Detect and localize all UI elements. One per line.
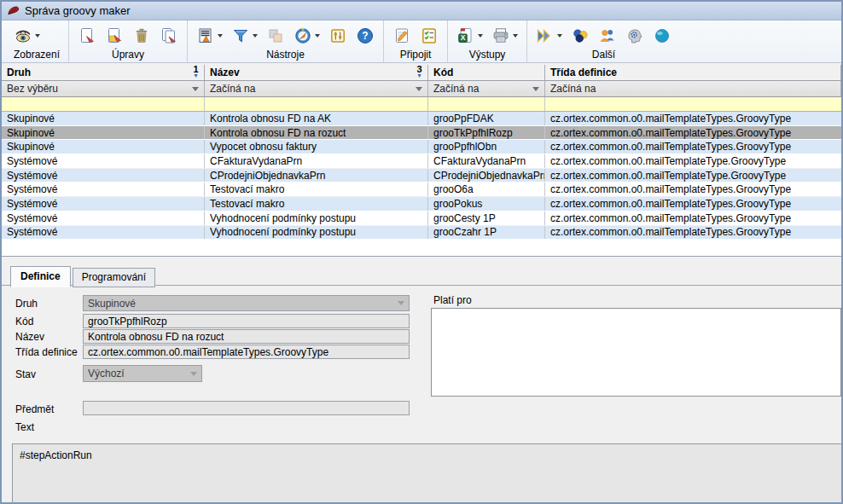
dropdown-caret-icon [478, 34, 483, 38]
cell-trida: cz.ortex.common.o0.mailTemplateTypes.Gro… [545, 182, 841, 196]
table-row[interactable]: SystémovéTestovací makrogrooPokuscz.orte… [2, 197, 841, 211]
field-label-druh: Druh [15, 298, 38, 310]
detail-tabs: Definice Programování [10, 266, 157, 287]
cell-kod: grooPpfhlObn [428, 140, 545, 154]
toolbar-group-pripojit: Připojit [384, 20, 448, 62]
cell-nazev: Kontrola obnosu FD na rozuct [205, 126, 428, 140]
title-bar[interactable]: Správa groovy maker [2, 2, 841, 20]
checklist-icon[interactable] [420, 26, 439, 45]
cell-kod: grooPpFDAK [428, 112, 545, 125]
cell-kod: grooCesty 1P [428, 211, 545, 225]
predmet-field[interactable] [83, 401, 410, 415]
settings-sliders-icon[interactable] [328, 26, 347, 45]
edit-record-icon[interactable] [105, 26, 124, 45]
toolbar-group-label: Úpravy [78, 48, 178, 61]
toolbar-group-vystupy: X Výstupy [448, 20, 527, 62]
chevron-down-icon [398, 301, 404, 305]
column-header-nazev[interactable]: Název3▼ [205, 65, 428, 80]
new-record-icon[interactable] [78, 26, 96, 45]
eye-icon[interactable] [14, 26, 40, 45]
cell-nazev: Vyhodnocení podmínky postupu [205, 211, 428, 225]
filter-input-row [2, 97, 841, 112]
toolbar-group-upravy: Úpravy [69, 20, 188, 62]
stav-dropdown[interactable]: Výchozí [83, 365, 202, 382]
delete-record-icon[interactable] [132, 26, 151, 45]
cell-trida: cz.ortex.common.o0.mailTemplateType.Groo… [545, 154, 841, 168]
filter-input-druh[interactable] [2, 97, 205, 111]
cell-kod: grooTkPpfhlRozp [428, 126, 545, 140]
cell-druh: Systémové [2, 169, 205, 182]
table-row[interactable]: SystémovéCFakturaVydanaPrnCFakturaVydana… [2, 154, 841, 169]
table-row-selected[interactable]: SkupinovéKontrola obnosu FD na rozuctgro… [2, 126, 841, 141]
dropdown-caret-icon [35, 34, 40, 38]
tab-definice[interactable]: Definice [10, 266, 71, 287]
cell-kod: CProdejniObjednavkaPrn [428, 169, 545, 182]
table-header-row: Druh1▼ Název3▼ Kód Třída definice [2, 65, 841, 81]
cell-druh: Systémové [2, 154, 205, 168]
cell-druh: Systémové [2, 211, 205, 225]
filter-select-nazev[interactable]: Začíná na [205, 81, 428, 96]
filter-input-kod[interactable] [428, 97, 545, 111]
dropdown-caret-icon [253, 34, 258, 38]
table-filter-row: Bez výběru Začíná na Začíná na Začíná na [2, 81, 841, 97]
toolbar-group-zobrazeni: Zobrazení [5, 20, 69, 62]
trida-definice-field[interactable]: cz.ortex.common.o0.mailTemplateTypes.Gro… [83, 345, 410, 359]
field-label-nazev: Název [15, 331, 44, 343]
nazev-field[interactable]: Kontrola obnosu FD na rozuct [83, 329, 410, 344]
filter-input-nazev[interactable] [205, 97, 428, 111]
table-row[interactable]: SystémovéTestovací makrogrooO6acz.ortex.… [2, 182, 841, 197]
chevron-down-icon [532, 87, 539, 91]
sort-indicator: 1▼ [193, 66, 199, 79]
cell-nazev: Testovací makro [205, 182, 428, 196]
filter-select-kod[interactable]: Začíná na [428, 81, 545, 96]
cell-trida: cz.ortex.common.o0.mailTemplateTypes.Gro… [545, 226, 841, 240]
app-leaf-icon [7, 4, 20, 17]
table-row[interactable]: SkupinovéVypocet obnosu fakturygrooPpfhl… [2, 140, 841, 154]
cell-kod: grooO6a [428, 182, 545, 196]
users-icon[interactable] [598, 26, 617, 45]
text-editor-area[interactable]: #stepActionRun [12, 443, 841, 502]
help-icon[interactable]: ? [356, 26, 375, 45]
compass-icon[interactable] [294, 26, 320, 45]
copy-record-icon[interactable] [160, 26, 178, 45]
excel-icon[interactable]: X [456, 26, 483, 45]
filter-input-trida[interactable] [545, 97, 841, 111]
table-row[interactable]: SystémovéCProdejniObjednavkaPrnCProdejni… [2, 169, 841, 183]
spheres-icon[interactable] [571, 26, 590, 45]
merge-icon[interactable] [266, 26, 285, 45]
field-label-trida-definice: Třída definice [15, 346, 78, 358]
table-row[interactable]: SkupinovéKontrola obnosu FD na AKgrooPpF… [2, 112, 841, 126]
field-label-text: Text [15, 421, 34, 433]
toolbar-group-label: Nástroje [196, 48, 375, 61]
printer-icon[interactable] [491, 26, 518, 45]
plati-pro-listbox[interactable] [431, 308, 841, 397]
druh-dropdown[interactable]: Skupinové [83, 295, 410, 311]
svg-text:X: X [461, 33, 466, 42]
kod-field[interactable]: grooTkPpfhlRozp [83, 314, 410, 328]
column-header-druh[interactable]: Druh1▼ [2, 65, 205, 80]
filter-select-druh[interactable]: Bez výběru [2, 81, 205, 96]
globe-icon[interactable] [653, 26, 671, 45]
cell-trida: cz.ortex.common.o0.mailTemplateTypes.Gro… [545, 112, 841, 125]
table-row[interactable]: SystémovéVyhodnocení podmínky postupugro… [2, 226, 841, 240]
cell-trida: cz.ortex.common.o0.mailTemplateTypes.Gro… [545, 140, 841, 154]
note-edit-icon[interactable] [392, 26, 411, 45]
cell-nazev: CProdejniObjednavkaPrn [205, 169, 428, 182]
column-header-trida-definice[interactable]: Třída definice [545, 65, 841, 80]
column-header-kod[interactable]: Kód [428, 65, 545, 80]
filter-select-trida[interactable]: Začíná na [545, 81, 841, 96]
toolbar-group-label: Zobrazení [14, 48, 60, 61]
mind-gear-icon[interactable] [625, 26, 644, 45]
cell-nazev: Vypocet obnosu faktury [205, 140, 428, 154]
toolbar-group-nastroje: ? Nástroje [188, 20, 384, 62]
toolbar-group-dalsi: Další [527, 20, 680, 62]
toolbar-group-label: Další [536, 48, 671, 61]
cell-trida: cz.ortex.common.o0.mailTemplateTypes.Gro… [545, 211, 841, 225]
filter-icon[interactable] [231, 26, 258, 45]
chevron-down-icon [192, 87, 199, 91]
table-row[interactable]: SystémovéVyhodnocení podmínky postupugro… [2, 211, 841, 226]
tab-programovani[interactable]: Programování [73, 268, 155, 287]
fast-forward-icon[interactable] [536, 26, 562, 45]
sort-list-icon[interactable] [196, 26, 223, 45]
cell-nazev: Vyhodnocení podmínky postupu [205, 226, 428, 240]
